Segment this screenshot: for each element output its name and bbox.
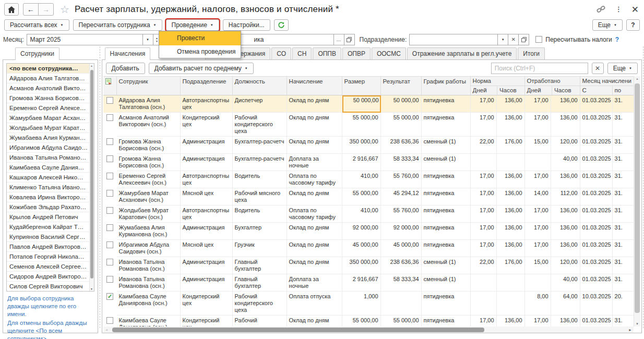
row-checkbox[interactable] — [106, 317, 113, 324]
list-item[interactable]: Кудайбергенов Кайрат Т… — [7, 222, 94, 232]
tab-accruals[interactable]: Начисления — [105, 47, 151, 60]
list-item[interactable]: Еременко Сергей Алексе… — [7, 103, 94, 113]
organization-open-icon[interactable] — [344, 34, 355, 45]
row-checkbox[interactable] — [106, 241, 113, 248]
tab-main-2[interactable]: СО — [271, 47, 291, 59]
list-item[interactable]: Громова Жанна Борисов… — [7, 93, 94, 103]
list-item[interactable]: Крылов Андрей Петович — [7, 212, 94, 222]
col-position[interactable]: Должность — [233, 77, 287, 95]
list-item[interactable]: Ковалева Ирина Викторо… — [7, 192, 94, 202]
list-item[interactable]: Каимбаева Сауле Дания… — [7, 163, 94, 173]
row-checkbox[interactable] — [106, 224, 113, 231]
search-input[interactable] — [491, 63, 588, 74]
organization-select-button[interactable]: ... — [333, 34, 344, 45]
more-menu-icon[interactable]: ⋮ — [615, 6, 622, 13]
list-item[interactable]: Ибрагимов Абдула Саидо… — [7, 143, 94, 153]
row-checkbox[interactable] — [106, 276, 113, 283]
row-checkbox[interactable] — [106, 259, 113, 265]
table-row[interactable]: Иванова Татьяна Романовна (осн.)Админист… — [103, 257, 634, 274]
row-checkbox[interactable] — [106, 155, 113, 162]
col-department[interactable]: Подразделение — [181, 77, 233, 95]
table-row[interactable]: Жамурбаев Марат Асханович (осн.)Мясной ц… — [103, 188, 634, 205]
scroll-thumb[interactable] — [112, 328, 484, 332]
add-average-calc-button[interactable]: Добавить расчет по среднему▼ — [149, 63, 254, 74]
list-item[interactable]: Кашкаров Алексей Нико… — [7, 173, 94, 183]
tab-main-6[interactable]: ООСМС — [372, 47, 406, 59]
table-row[interactable]: Жолдыбаев Мурат Каратович (осн.)Автотран… — [103, 205, 634, 223]
calculate-all-button[interactable]: Рассчитать всех▼ — [4, 19, 69, 31]
table-row[interactable]: Еременко Сергей Алексеевич (осн.)Автотра… — [103, 171, 634, 188]
list-item[interactable]: Иванова Татьяна Романо… — [7, 153, 94, 163]
home-button[interactable] — [4, 3, 19, 16]
more-button-top[interactable]: Еще▼ — [592, 19, 623, 31]
col-employee[interactable]: Сотрудник — [117, 77, 181, 95]
month-input[interactable]: Март 2025 — [27, 34, 143, 45]
list-item[interactable]: Семенов Алексей Сергее… — [7, 262, 94, 272]
department-clear-button[interactable]: ✕ — [508, 34, 519, 45]
list-item[interactable]: Жолдыбаев Мурат Карат… — [7, 123, 94, 133]
add-button[interactable]: Добавить — [106, 63, 145, 74]
month-dropdown-button[interactable]: ▼ — [142, 34, 153, 45]
col-result[interactable]: Результат — [381, 77, 422, 95]
table-row[interactable]: Асманов Анатолий Викторович (осн.)Кондит… — [103, 113, 634, 137]
table-row[interactable]: Жумабаева Алия Курмановна (осн.)Админист… — [103, 223, 634, 240]
scroll-down-icon[interactable]: ▼ — [90, 287, 94, 290]
department-input[interactable] — [409, 34, 498, 45]
list-item[interactable]: <по всем сотрудника… — [7, 64, 94, 74]
row-checkbox[interactable] — [106, 114, 113, 121]
recalculate-employee-button[interactable]: Пересчитать сотрудника▼ — [73, 19, 162, 31]
scroll-thumb[interactable] — [90, 70, 93, 279]
table-row[interactable]: ✓Каимбаева Сауле Данияровна (осн.)Кондит… — [103, 292, 634, 316]
tab-main-3[interactable]: СН — [292, 47, 312, 59]
forward-button[interactable]: → — [38, 3, 54, 16]
link-icon[interactable] — [596, 5, 606, 14]
list-item[interactable]: Силов Сергей Викторович — [7, 282, 94, 292]
row-checkbox[interactable] — [106, 190, 113, 197]
tab-employees[interactable]: Сотрудники — [15, 47, 59, 60]
posting-button[interactable]: Проведение▼ — [166, 19, 219, 31]
scroll-up-icon[interactable]: ▲ — [634, 77, 640, 80]
col-size[interactable]: Размер — [342, 77, 381, 95]
recalc-taxes-help-icon[interactable]: ? — [615, 36, 619, 43]
help-button[interactable]: ? — [626, 19, 640, 31]
close-icon[interactable]: ✕ — [631, 4, 639, 15]
favorite-star-icon[interactable]: ☆ — [60, 3, 69, 16]
list-item[interactable]: Жумабаева Алия Курман… — [7, 133, 94, 143]
list-item[interactable]: Сидоров Андрей Викторо… — [7, 272, 94, 282]
list-item[interactable]: Кожибаев Эльдар Рахато… — [7, 202, 94, 212]
row-checkbox[interactable] — [106, 97, 113, 104]
list-item[interactable]: Потапов Георгий Никола… — [7, 252, 94, 262]
col-group-norm[interactable]: Норма ДнейЧасов — [471, 77, 525, 95]
table-vertical-scrollbar[interactable]: ▲ ▼ — [634, 76, 640, 326]
recalc-taxes-checkbox[interactable] — [535, 36, 542, 43]
search-clear-button[interactable]: ✕ — [592, 63, 604, 74]
table-row[interactable]: Громова Жанна Борисовна (осн.)Администра… — [103, 137, 634, 154]
col-group-worked[interactable]: Отработано ДнейЧасов — [525, 77, 580, 95]
employee-list-scrollbar[interactable]: ▲ ▼ — [89, 64, 94, 291]
col-accrual[interactable]: Начисление — [287, 77, 342, 95]
scroll-down-icon[interactable]: ▼ — [634, 322, 640, 325]
list-item[interactable]: Жамурбаев Марат Асхан… — [7, 113, 94, 123]
more-button-table[interactable]: Еще▼ — [607, 63, 638, 74]
tab-main-7[interactable]: Отражение зарплаты в регл.учете — [407, 47, 517, 59]
row-checkbox[interactable]: ✓ — [106, 293, 113, 300]
scroll-right-icon[interactable]: ► — [627, 328, 634, 332]
row-checkbox[interactable] — [106, 173, 113, 179]
tab-main-4[interactable]: ОППВ — [313, 47, 341, 59]
menu-item-cancel-posting[interactable]: Отмена проведения — [159, 45, 241, 58]
row-checkbox[interactable] — [106, 138, 113, 145]
department-dropdown-button[interactable]: ▼ — [497, 34, 508, 45]
row-checkbox[interactable] — [106, 207, 113, 214]
scroll-left-icon[interactable]: ◄ — [103, 328, 110, 332]
table-row[interactable]: Ибрагимов Абдула Саидович (осн.)Мясной ц… — [103, 240, 634, 257]
department-open-icon[interactable] — [518, 34, 529, 45]
list-item[interactable]: Асманов Анатолий Викто… — [7, 83, 94, 93]
list-item[interactable]: Айдарова Алия Талгатов… — [7, 74, 94, 83]
table-horizontal-scrollbar[interactable]: ◄ ► — [103, 326, 634, 333]
tab-main-8[interactable]: Итоги — [518, 47, 545, 59]
list-item[interactable]: Клименко Татьяна Ивано… — [7, 183, 94, 192]
table-row[interactable]: Айдарова Алия Талгатовна (осн.)Автотранс… — [103, 95, 634, 113]
table-row[interactable]: Громова Жанна Борисовна (осн.)Администра… — [103, 154, 634, 171]
table-row[interactable]: Каимбаева Сауле Данияровна (осн.)Кондите… — [103, 316, 634, 326]
col-schedule[interactable]: График работы — [422, 77, 471, 95]
